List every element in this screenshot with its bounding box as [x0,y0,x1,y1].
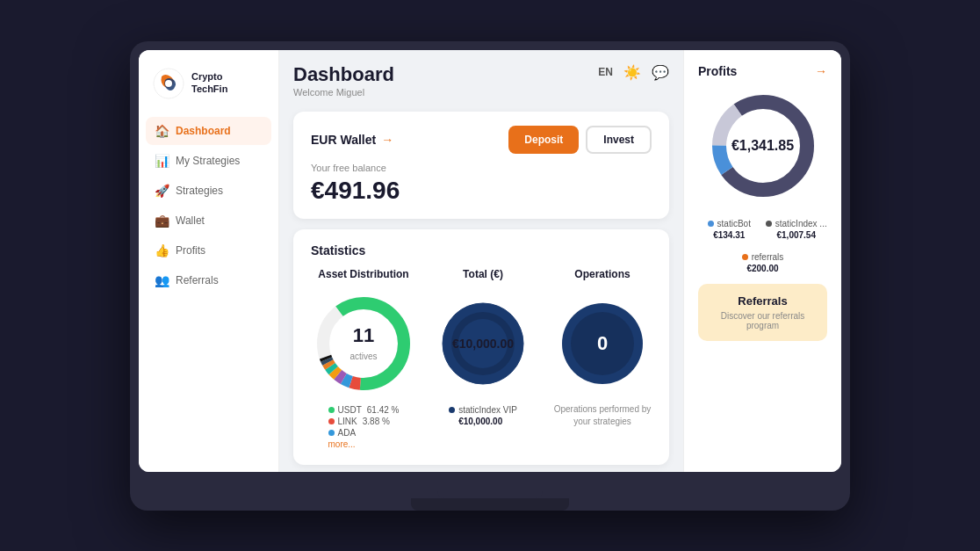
wallet-icon: 💼 [155,214,169,228]
staticindex-dot [449,407,455,413]
page-title: Dashboard [293,64,394,85]
profits-legend: staticBot €134.31 staticIndex ... €1,007… [698,219,827,240]
staticindex-amount: €1,007.54 [766,230,828,240]
balance-label: Your free balance [311,163,652,173]
referrals-profits-item: referrals €200.00 [698,252,827,273]
operations-description: Operations performed by your strategies [550,403,655,428]
stats-title: Statistics [311,243,652,257]
asset-donut-center: 11 actives [349,324,377,363]
wallet-arrow-icon: → [381,133,393,147]
invest-button[interactable]: Invest [586,126,652,154]
staticbot-amount: €134.31 [698,230,760,240]
logo-area: Crypto TechFin [139,68,278,117]
total-legend-value: €10,000.00 [449,417,517,426]
staticindex-legend-dot [766,221,772,227]
legend-ada: ADA [328,428,400,438]
asset-legend: USDT 61.42 % LINK 3.88 % [328,405,400,451]
profits-center-text: €1,341.85 [731,138,794,154]
operations-section: Operations 0 Operations performe [550,268,655,451]
asset-distribution-chart: 11 actives [311,291,416,396]
profits-chart: €1,341.85 [706,89,820,203]
header-text: Dashboard Welcome Miguel [293,64,394,98]
sidebar: Crypto TechFin 🏠 Dashboard 📊 My Strategi… [139,50,279,472]
svg-point-1 [165,80,172,87]
referrals-card-description: Discover our referrals program [709,311,817,330]
ada-dot [328,430,335,436]
sidebar-item-dashboard[interactable]: 🏠 Dashboard [146,117,271,145]
sidebar-item-strategies[interactable]: 🚀 Strategies [146,177,271,205]
strategies-icon: 🚀 [155,184,169,198]
total-title: Total (€) [463,268,503,280]
profits-legend-staticbot: staticBot €134.31 [698,219,760,240]
main-content: Dashboard Welcome Miguel EN ☀️ 💬 EUR Wal… [279,50,683,472]
total-chart: €10,000.00 [430,291,536,396]
balance-amount: €491.96 [311,177,652,205]
profits-arrow-icon: → [815,64,827,78]
messages-icon[interactable]: 💬 [652,64,669,81]
dashboard-icon: 🏠 [155,124,169,138]
total-section: Total (€) €10,000.00 [430,268,536,451]
logo-text: Crypto TechFin [191,71,227,94]
staticbot-legend-dot [708,221,714,227]
referrals-card-title: Referrals [709,294,817,308]
sidebar-item-referrals[interactable]: 👥 Referrals [146,266,271,294]
right-panel: Profits → €1,341.85 [683,50,841,472]
my-strategies-icon: 📊 [155,154,169,168]
profits-icon: 👍 [155,243,169,257]
usdt-dot [328,407,335,413]
profits-title: Profits [698,64,737,78]
operations-chart: 0 [550,291,655,396]
stats-card: Statistics Asset Distribution [293,229,669,465]
theme-toggle-icon[interactable]: ☀️ [623,64,641,81]
referrals-profits-amount: €200.00 [698,264,827,273]
sidebar-item-my-strategies[interactable]: 📊 My Strategies [146,147,271,175]
legend-link: LINK 3.88 % [328,417,400,426]
referrals-card[interactable]: Referrals Discover our referrals program [698,284,827,341]
link-dot [328,418,335,424]
total-legend: staticIndex VIP €10,000.00 [449,405,517,426]
wallet-header: EUR Wallet → Deposit Invest [311,126,652,154]
stats-grid: Asset Distribution [311,268,652,451]
operations-donut-center: 0 [597,332,608,355]
wallet-card: EUR Wallet → Deposit Invest Your free ba… [293,112,669,219]
header-actions: EN ☀️ 💬 [598,64,669,81]
operations-title: Operations [574,268,630,280]
profits-legend-staticindex: staticIndex ... €1,007.54 [766,219,828,240]
total-donut-center: €10,000.00 [452,337,514,351]
header: Dashboard Welcome Miguel EN ☀️ 💬 [293,64,669,101]
legend-more[interactable]: more... [328,439,400,449]
legend-usdt: USDT 61.42 % [328,405,400,415]
language-selector[interactable]: EN [598,66,613,78]
legend-static-index: staticIndex VIP [449,405,517,415]
referrals-icon: 👥 [155,273,169,287]
logo-icon [153,68,184,99]
nav-items: 🏠 Dashboard 📊 My Strategies 🚀 Strategies… [139,117,278,294]
sidebar-item-profits[interactable]: 👍 Profits [146,236,271,265]
sidebar-item-wallet[interactable]: 💼 Wallet [146,207,271,235]
profits-header: Profits → [698,64,827,78]
asset-distribution-section: Asset Distribution [311,268,416,451]
wallet-title: EUR Wallet → [311,133,393,147]
deposit-button[interactable]: Deposit [508,126,579,154]
asset-distribution-title: Asset Distribution [318,268,408,280]
wallet-buttons: Deposit Invest [508,126,652,154]
page-subtitle: Welcome Miguel [293,87,394,98]
referrals-legend-dot [742,254,748,260]
